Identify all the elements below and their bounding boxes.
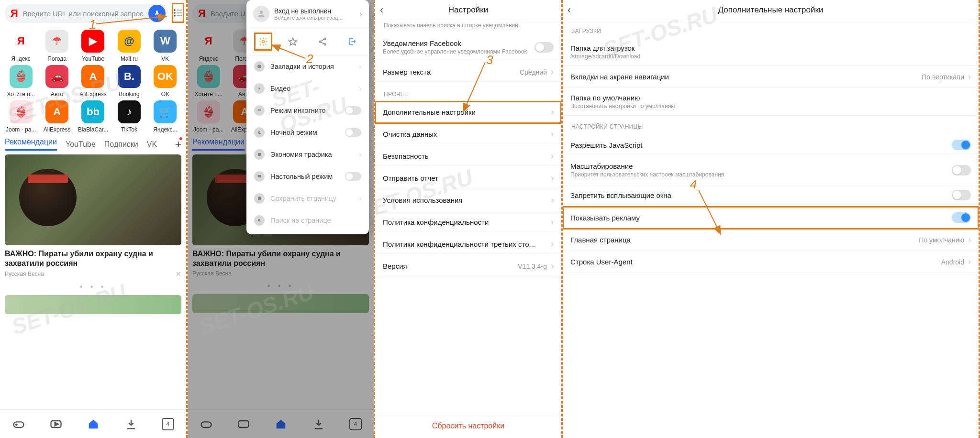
app-shortcut[interactable]: ▶YouTube <box>75 30 111 62</box>
video-icon[interactable] <box>49 417 63 431</box>
tab-youtube[interactable]: YouTube <box>66 140 96 149</box>
app-icon: A <box>81 65 104 88</box>
menu-economy[interactable]: Экономия трафика› <box>246 143 369 165</box>
scale-toggle[interactable] <box>952 165 971 175</box>
svg-line-33 <box>260 221 261 222</box>
js-toggle[interactable] <box>952 140 971 150</box>
app-shortcut[interactable]: ☂Погода <box>39 30 75 62</box>
incognito-toggle[interactable] <box>345 106 361 115</box>
news-title: ВАЖНО: Пираты убили охрану судна и захва… <box>5 249 181 268</box>
row-scale[interactable]: МасштабированиеПриоритет пользовательски… <box>563 156 979 184</box>
app-shortcut[interactable]: AAliExpress <box>75 65 111 98</box>
tab-vk[interactable]: VK <box>147 140 157 149</box>
download-icon[interactable] <box>124 417 138 431</box>
app-icon: ▶ <box>81 30 104 53</box>
app-label: Яндекс... <box>153 126 177 133</box>
back-button[interactable]: ‹ <box>568 4 571 16</box>
app-shortcut[interactable]: ♪TikTok <box>111 100 147 133</box>
app-icon: A <box>45 100 68 123</box>
avatar-icon <box>253 6 269 22</box>
desktop-toggle[interactable] <box>345 172 361 181</box>
row-default-folder[interactable]: Папка по умолчаниюВосстановить настройки… <box>563 88 979 116</box>
add-tab-button[interactable]: + <box>175 138 181 151</box>
menu-button[interactable] <box>172 3 184 22</box>
svg-line-35 <box>272 45 305 58</box>
close-icon[interactable]: ✕ <box>176 270 181 278</box>
app-label: Хотите п... <box>7 91 35 98</box>
row-report[interactable]: Отправить отчет› <box>375 167 561 189</box>
app-shortcut[interactable]: bbBlaBlaCar... <box>75 100 111 133</box>
row-privacy[interactable]: Политика конфиденциальности› <box>375 211 561 233</box>
app-shortcut[interactable]: OKOK <box>147 65 183 98</box>
tab-recommendations[interactable]: Рекомендации <box>5 138 57 151</box>
login-subtitle: Войдите для синхронизации ... <box>274 15 346 21</box>
exit-button[interactable] <box>344 33 361 50</box>
menu-desktop[interactable]: Настольный режим <box>246 165 369 187</box>
home-icon[interactable] <box>87 417 100 431</box>
row-nav-tabs[interactable]: Вкладки на экране навигацииПо вертикали› <box>563 66 979 88</box>
night-toggle[interactable] <box>345 128 361 137</box>
ads-toggle[interactable] <box>952 212 971 223</box>
reset-button[interactable]: Сбросить настройки <box>375 414 561 438</box>
app-icon: 👙 <box>10 100 33 123</box>
arrow-3 <box>461 62 490 115</box>
feed-tabs: Рекомендации YouTube Подписки VK + <box>0 133 186 151</box>
panel-advanced-settings: ‹ Дополнительные настройки ЗАГРУЗКИ Папк… <box>563 0 980 438</box>
menu-night[interactable]: Ночной режим <box>246 121 369 143</box>
row-home[interactable]: Главная страницаПо умолчанию› <box>563 229 979 251</box>
settings-button[interactable] <box>255 33 272 50</box>
popup-toggle[interactable] <box>952 190 971 200</box>
app-label: Booking <box>119 91 139 98</box>
app-shortcut[interactable]: 🛒Яндекс... <box>147 100 183 133</box>
row-version: ВерсияV11.3.4-g› <box>375 255 561 277</box>
app-shortcut[interactable]: B.Booking <box>111 65 147 98</box>
app-icon: 👙 <box>10 65 33 88</box>
row-show-ads[interactable]: Показывать рекламу <box>563 207 979 229</box>
app-shortcut[interactable]: @Mail.ru <box>111 30 147 62</box>
app-icon: 🛒 <box>154 100 177 123</box>
play-icon <box>254 83 265 94</box>
app-icon: @ <box>118 30 141 53</box>
svg-point-1 <box>174 10 175 11</box>
app-shortcut[interactable]: 👙Хотите п... <box>3 65 39 98</box>
back-button[interactable]: ‹ <box>380 4 383 16</box>
svg-marker-11 <box>55 422 58 426</box>
svg-line-39 <box>699 190 721 234</box>
app-shortcut[interactable]: AAliExpress <box>39 100 75 133</box>
row-ua[interactable]: Строка User-AgentAndroid› <box>563 251 979 273</box>
row-clear[interactable]: Очистка данных› <box>375 123 561 145</box>
arrow-2 <box>270 43 308 62</box>
app-shortcut[interactable]: 🚗Авто <box>39 65 75 98</box>
svg-rect-31 <box>258 197 261 200</box>
row-third-party[interactable]: Политики конфиденциальности третьих сто.… <box>375 233 561 255</box>
facebook-toggle[interactable] <box>535 42 554 53</box>
search-panel-hint: Показывать панель поиска в шторке уведом… <box>375 20 561 33</box>
row-facebook[interactable]: Уведомления FacebookБолее удобное управл… <box>375 33 561 61</box>
row-popup[interactable]: Запретить всплывающие окна <box>563 184 979 207</box>
row-dl-folder[interactable]: Папка для загрузок/storage/sdcard0/Downl… <box>563 38 979 66</box>
tabs-count-button[interactable]: 4 <box>162 418 174 430</box>
menu-login-row[interactable]: Вход не выполнен Войдите для синхронизац… <box>246 0 369 28</box>
save-icon <box>254 193 265 204</box>
news-card[interactable]: ВАЖНО: Пираты убили охрану судна и захва… <box>5 154 181 278</box>
tab-subscriptions[interactable]: Подписки <box>104 140 138 149</box>
share-button[interactable] <box>314 33 331 50</box>
app-label: BlaBlaCar... <box>78 126 108 133</box>
app-icon: W <box>154 30 177 53</box>
menu-incognito[interactable]: Режим инкогнито <box>246 99 369 121</box>
app-shortcut[interactable]: 👙Joom - pa... <box>3 100 39 133</box>
row-terms[interactable]: Условия использования› <box>375 189 561 211</box>
app-label: AliExpress <box>44 126 71 133</box>
pager-dots: • • • <box>0 283 186 291</box>
app-shortcut[interactable]: ЯЯндекс <box>3 30 39 62</box>
svg-rect-29 <box>258 153 261 156</box>
app-shortcut[interactable]: WVK <box>147 30 183 62</box>
app-icon: Я <box>10 30 33 53</box>
menu-video[interactable]: Видео› <box>246 77 369 99</box>
svg-point-3 <box>174 12 175 14</box>
svg-point-32 <box>258 219 260 221</box>
games-icon[interactable] <box>12 417 25 431</box>
svg-point-20 <box>260 11 263 14</box>
row-security[interactable]: Безопасность› <box>375 145 561 167</box>
row-js[interactable]: Разрешить JavaScript <box>563 134 979 156</box>
